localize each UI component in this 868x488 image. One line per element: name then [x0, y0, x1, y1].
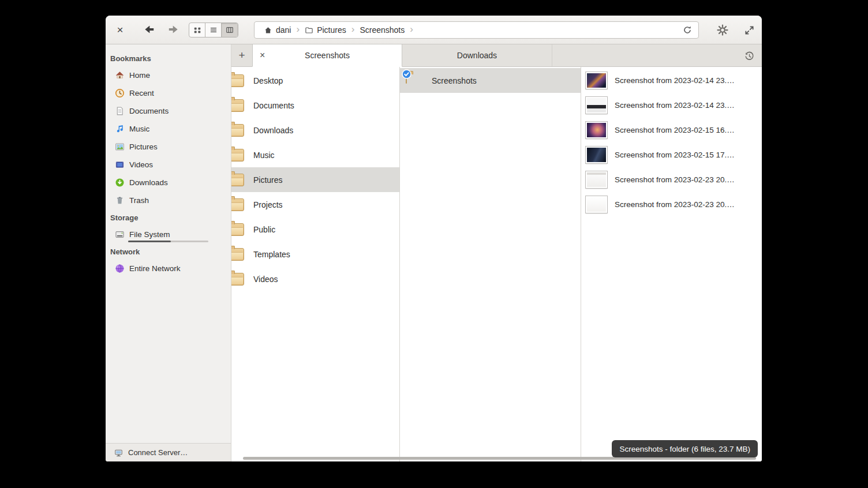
folder-icon: [305, 26, 313, 35]
tab-bar: + × Screenshots Downloads: [231, 44, 762, 67]
place-row-templates[interactable]: Templates: [231, 242, 399, 266]
home-icon: [115, 70, 125, 80]
grid-view-button[interactable]: [189, 23, 205, 37]
grid-icon: [193, 26, 201, 34]
place-label: Music: [253, 151, 275, 160]
file-name: Screenshot from 2023-02-23 20.…: [615, 200, 735, 209]
filesystem-usage-bar: [128, 241, 208, 242]
file-row[interactable]: Screenshot from 2023-02-15 17.…: [581, 142, 762, 167]
file-name: Screenshot from 2023-02-14 23.…: [615, 101, 735, 110]
history-button[interactable]: [741, 48, 757, 64]
place-label: Downloads: [253, 126, 293, 135]
refresh-icon: [683, 25, 692, 35]
main-area: + × Screenshots Downloads DesktopDocumen…: [231, 44, 762, 461]
settings-gear-button[interactable]: [713, 21, 732, 39]
sidebar-item-label: Videos: [129, 160, 153, 169]
file-manager-window: × dani › Pictures: [106, 16, 762, 461]
folder-icon: [231, 149, 244, 162]
place-row-videos[interactable]: Videos: [231, 266, 399, 291]
sidebar-item-trash[interactable]: Trash: [106, 192, 231, 209]
breadcrumb-screenshots[interactable]: Screenshots: [357, 25, 407, 35]
columns-icon: [226, 26, 234, 34]
refresh-button[interactable]: [680, 22, 695, 37]
sidebar-sections: BookmarksHomeRecentDocumentsMusicPicture…: [106, 44, 231, 443]
file-thumbnail: [586, 196, 607, 213]
place-row-downloads[interactable]: Downloads: [231, 118, 399, 142]
column-places: DesktopDocumentsDownloadsMusicPicturesPr…: [231, 67, 400, 461]
forward-button[interactable]: [166, 23, 182, 37]
tab-downloads[interactable]: Downloads: [402, 44, 552, 66]
place-label: Pictures: [253, 175, 283, 185]
place-row-desktop[interactable]: Desktop: [231, 68, 399, 93]
back-button[interactable]: [141, 23, 157, 37]
sidebar-item-file-system[interactable]: File System: [106, 226, 231, 243]
column-view-button[interactable]: [222, 23, 238, 37]
network-icon: [115, 264, 125, 273]
file-thumbnail: [586, 72, 607, 89]
sidebar-item-label: Home: [129, 71, 150, 80]
window-close-button[interactable]: ×: [113, 16, 127, 44]
videos-icon: [115, 160, 125, 170]
file-thumbnail: [586, 122, 607, 138]
sidebar-item-label: Recent: [129, 89, 154, 97]
folder-icon: [231, 124, 244, 137]
sidebar-item-downloads[interactable]: Downloads: [106, 174, 231, 192]
file-name: Screenshot from 2023-02-15 17.…: [615, 151, 735, 159]
file-row[interactable]: Screenshot from 2023-02-23 20.…: [581, 192, 762, 217]
sidebar-item-pictures[interactable]: Pictures: [106, 138, 231, 156]
file-thumbnail: [586, 171, 607, 188]
file-thumbnail: [586, 97, 607, 114]
filesystem-usage-fill: [128, 241, 171, 242]
sidebar-item-videos[interactable]: Videos: [106, 156, 231, 174]
sidebar-item-music[interactable]: Music: [106, 120, 231, 138]
path-bar[interactable]: dani › Pictures › Screenshots ›: [254, 21, 699, 39]
tab-label: Downloads: [457, 51, 497, 60]
place-label: Documents: [253, 101, 294, 110]
server-icon: [114, 448, 124, 457]
tab-screenshots[interactable]: × Screenshots: [252, 44, 402, 67]
forward-arrow-icon: [168, 24, 179, 35]
chevron-right-icon: ›: [349, 24, 358, 36]
place-row-pictures[interactable]: Pictures: [231, 167, 399, 192]
sidebar-item-documents[interactable]: Documents: [106, 102, 231, 120]
file-name: Screenshot from 2023-02-23 20.…: [615, 175, 735, 184]
list-icon: [209, 26, 218, 34]
sidebar-item-label: Entire Network: [129, 264, 181, 273]
place-row-projects[interactable]: Projects: [231, 192, 399, 217]
place-label: Public: [253, 225, 275, 234]
sidebar-item-recent[interactable]: Recent: [106, 84, 231, 102]
gear-icon: [717, 24, 728, 36]
breadcrumb-home[interactable]: dani: [261, 25, 293, 35]
list-view-button[interactable]: [205, 23, 222, 37]
place-label: Videos: [253, 275, 278, 284]
recent-icon: [115, 88, 125, 98]
breadcrumb-label: Screenshots: [360, 25, 405, 35]
folder-icon: [406, 74, 422, 87]
sidebar-item-label: Pictures: [129, 142, 158, 151]
file-row[interactable]: Screenshot from 2023-02-14 23.…: [581, 93, 762, 118]
history-icon: [744, 51, 754, 61]
back-arrow-icon: [143, 24, 155, 35]
place-row-music[interactable]: Music: [231, 142, 399, 167]
folder-icon: [231, 174, 244, 186]
breadcrumb-label: dani: [276, 25, 291, 35]
folder-icon: [231, 74, 244, 87]
sidebar-item-label: Trash: [129, 196, 149, 205]
tab-close-button[interactable]: ×: [260, 50, 265, 61]
file-row[interactable]: Screenshot from 2023-02-23 20.…: [581, 167, 762, 192]
file-row[interactable]: Screenshot from 2023-02-15 16.…: [581, 118, 762, 142]
new-tab-button[interactable]: +: [231, 44, 252, 66]
folder-icon: [231, 198, 244, 211]
place-row-public[interactable]: Public: [231, 217, 399, 242]
fullscreen-button[interactable]: [740, 21, 758, 39]
sidebar-item-entire-network[interactable]: Entire Network: [106, 260, 231, 277]
connect-server-button[interactable]: Connect Server…: [106, 443, 231, 461]
place-label: Desktop: [253, 76, 283, 85]
breadcrumb-pictures[interactable]: Pictures: [302, 25, 349, 35]
sidebar-section-title: Network: [106, 243, 231, 260]
file-row[interactable]: Screenshot from 2023-02-14 23.…: [581, 68, 762, 93]
view-switcher: [189, 22, 238, 37]
folder-row-screenshots[interactable]: Screenshots: [400, 68, 581, 93]
place-row-documents[interactable]: Documents: [231, 93, 399, 118]
sidebar-item-home[interactable]: Home: [106, 66, 231, 84]
